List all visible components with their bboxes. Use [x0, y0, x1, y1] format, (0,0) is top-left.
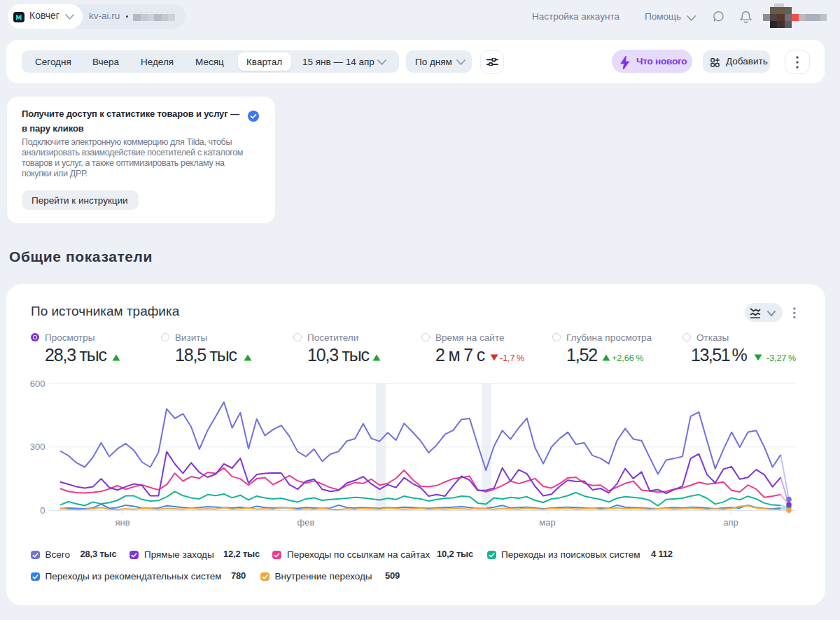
svg-text:0: 0 — [40, 505, 45, 516]
svg-text:фев: фев — [298, 517, 315, 528]
svg-text:300: 300 — [30, 442, 46, 452]
svg-text:апр: апр — [723, 517, 738, 528]
svg-text:600: 600 — [30, 379, 46, 389]
svg-text:янв: янв — [115, 517, 130, 528]
svg-text:мар: мар — [539, 517, 555, 528]
